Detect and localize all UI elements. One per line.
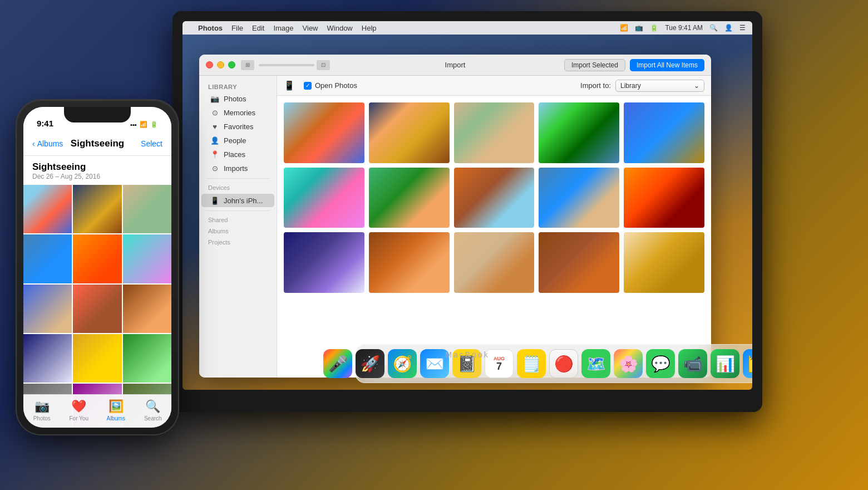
user-icon[interactable]: 👤 (724, 24, 733, 32)
menu-window[interactable]: Window (327, 24, 353, 32)
open-photos-text: Open Photos (315, 81, 357, 90)
sidebar-divider-2 (206, 210, 270, 211)
iphone-photo-10[interactable] (23, 334, 72, 383)
albums-tab-icon: 🖼️ (108, 399, 124, 414)
wifi-icon: 📶 (620, 24, 628, 32)
traffic-lights (206, 61, 235, 68)
dock-app-maps[interactable]: 🗺️ (581, 349, 610, 378)
photo-thumb-14[interactable] (539, 232, 619, 293)
open-photos-checkbox[interactable]: ✓ (304, 82, 312, 90)
dock-app-stickies[interactable]: 🗒️ (517, 349, 546, 378)
sidebar-toggle[interactable]: ⊞ (241, 60, 254, 70)
zoom-slider[interactable] (259, 64, 314, 66)
sidebar-people-label: People (224, 136, 246, 145)
import-to-section: Import to: Library ⌄ (580, 80, 704, 92)
minimize-button[interactable] (217, 61, 224, 68)
iphone-photo-11[interactable] (73, 334, 121, 383)
dock-app-reminders[interactable]: 🔴 (549, 349, 578, 378)
iphone-photo-8[interactable] (73, 285, 121, 333)
library-select[interactable]: Library ⌄ (615, 80, 704, 92)
device-small-icon: 📱 (284, 80, 295, 91)
menu-app-name[interactable]: Photos (198, 24, 223, 32)
sidebar-item-favorites[interactable]: ♥ Favorites (201, 120, 274, 133)
iphone-photo-3[interactable] (123, 185, 171, 233)
iphone-photo-7[interactable] (23, 285, 72, 333)
dock-app-launchpad[interactable]: 🚀 (356, 349, 384, 378)
places-icon: 📍 (210, 150, 219, 159)
sidebar-item-photos[interactable]: 📷 Photos (201, 92, 274, 105)
iphone-tab-foryou[interactable]: ❤️ For You (61, 399, 98, 422)
iphone-select-button[interactable]: Select (141, 139, 162, 148)
photo-thumb-9[interactable] (539, 168, 619, 228)
macbook-bezel: Photos File Edit Image View Window Help … (172, 11, 762, 412)
photo-thumb-1[interactable] (284, 102, 364, 163)
iphone-photo-12[interactable] (123, 334, 171, 383)
iphone-battery-icon: 🔋 (150, 121, 158, 128)
menu-file[interactable]: File (231, 24, 243, 32)
photo-thumb-2[interactable] (369, 102, 450, 163)
sidebar-device-label: John's iPh... (224, 197, 263, 205)
projects-label: Projects (199, 237, 277, 248)
albums-label: Albums (199, 226, 277, 237)
import-toolbar: 📱 ✓ Open Photos Import to: Library ⌄ (277, 76, 711, 96)
fullscreen-toggle[interactable]: ⊡ (317, 60, 330, 70)
dock-app-safari[interactable]: 🧭 (388, 349, 417, 378)
photo-thumb-15[interactable] (624, 232, 704, 293)
menu-icon[interactable]: ☰ (739, 24, 746, 32)
sidebar-item-places[interactable]: 📍 Places (201, 148, 274, 161)
main-area: 📱 ✓ Open Photos Import to: Library ⌄ (277, 76, 711, 378)
photo-thumb-7[interactable] (369, 168, 450, 228)
sidebar-item-memories[interactable]: ⊙ Memories (201, 106, 274, 119)
menu-edit[interactable]: Edit (252, 24, 264, 32)
iphone-photo-2[interactable] (73, 185, 121, 233)
window-title: Import (445, 61, 466, 69)
photo-thumb-11[interactable] (284, 232, 364, 293)
iphone-back-button[interactable]: ‹ Albums (32, 139, 63, 148)
photo-grid-container[interactable] (277, 96, 711, 378)
dock-app-keynote[interactable]: 📐 (743, 349, 752, 378)
dock-app-mail[interactable]: ✉️ (420, 349, 449, 378)
photo-thumb-5[interactable] (624, 102, 704, 163)
dock-app-photos[interactable]: 🌸 (614, 349, 643, 378)
iphone-tab-albums[interactable]: 🖼️ Albums (97, 399, 135, 422)
dock-app-numbers[interactable]: 📊 (711, 349, 739, 378)
dock-app-facetime[interactable]: 📹 (678, 349, 707, 378)
iphone-album-info: Sightseeing Dec 26 – Aug 25, 2016 (23, 156, 171, 185)
photo-grid (284, 102, 704, 293)
photo-thumb-12[interactable] (369, 232, 450, 293)
iphone-photo-1[interactable] (23, 185, 72, 233)
menu-image[interactable]: Image (273, 24, 293, 32)
sidebar-imports-label: Imports (224, 164, 248, 173)
menu-help[interactable]: Help (362, 24, 377, 32)
import-all-button[interactable]: Import All New Items (630, 59, 704, 71)
iphone-tab-photos[interactable]: 📷 Photos (23, 399, 61, 422)
photo-thumb-13[interactable] (454, 232, 535, 293)
photo-thumb-10[interactable] (624, 168, 704, 228)
maximize-button[interactable] (228, 61, 235, 68)
iphone-signal-icon: ▪▪▪ (130, 121, 137, 128)
photos-icon: 📷 (210, 94, 219, 103)
devices-section-label: Devices (199, 182, 277, 193)
close-button[interactable] (206, 61, 213, 68)
menu-view[interactable]: View (303, 24, 318, 32)
photo-thumb-8[interactable] (454, 168, 535, 228)
iphone-photo-9[interactable] (123, 285, 171, 333)
sidebar-item-people[interactable]: 👤 People (201, 134, 274, 147)
window-controls: ⊞ ⊡ (241, 60, 330, 70)
search-icon[interactable]: 🔍 (709, 24, 718, 32)
iphone-photo-5[interactable] (73, 234, 121, 283)
iphone-photo-4[interactable] (23, 234, 72, 283)
import-selected-button[interactable]: Import Selected (564, 59, 625, 71)
iphone-photo-grid (23, 185, 171, 428)
photo-thumb-4[interactable] (539, 102, 619, 163)
dock-app-siri[interactable]: 🎤 (323, 349, 352, 378)
dock-app-messages[interactable]: 💬 (646, 349, 675, 378)
photo-thumb-6[interactable] (284, 168, 364, 228)
library-section-label: Library (199, 81, 277, 91)
iphone-tab-search[interactable]: 🔍 Search (135, 399, 172, 422)
iphone-photo-6[interactable] (123, 234, 171, 283)
photo-thumb-3[interactable] (454, 102, 535, 163)
battery-icon: 🔋 (650, 24, 658, 32)
sidebar-item-device[interactable]: 📱 John's iPh... › (201, 194, 274, 207)
sidebar-item-imports[interactable]: ⊙ Imports (201, 161, 274, 175)
